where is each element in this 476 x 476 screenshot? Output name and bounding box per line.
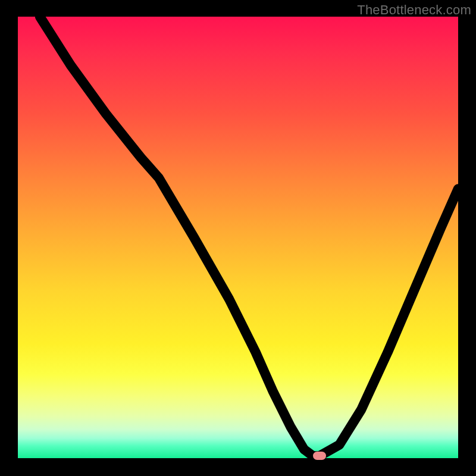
curve-path	[40, 17, 458, 456]
watermark-text: TheBottleneck.com	[357, 2, 471, 18]
optimal-marker	[313, 452, 326, 460]
plot-area	[18, 17, 458, 458]
chart-stage: TheBottleneck.com	[0, 0, 476, 476]
bottleneck-curve	[18, 17, 458, 458]
